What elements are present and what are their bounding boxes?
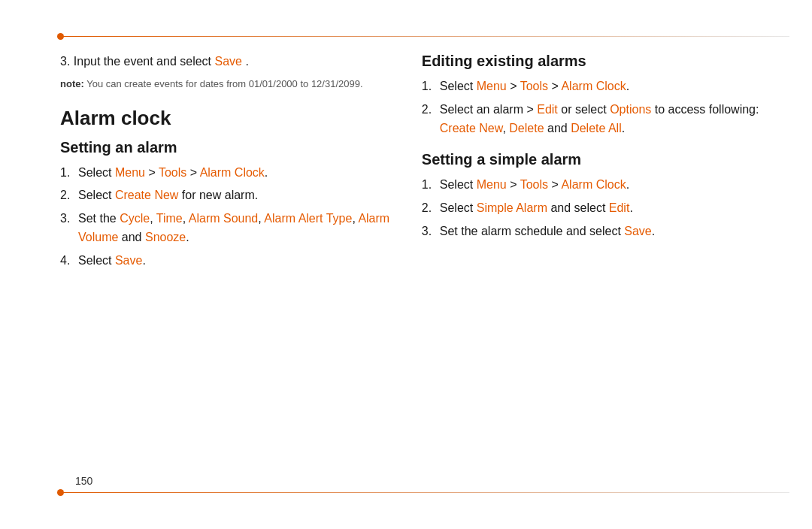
note-body: You can create events for dates from 01/… bbox=[86, 78, 362, 89]
list-item: 3. Set the Cycle, Time, Alarm Sound, Ala… bbox=[60, 210, 392, 247]
item-text: Set the alarm schedule and select Save. bbox=[440, 222, 782, 241]
note-paragraph: note: You can create events for dates fr… bbox=[60, 77, 392, 92]
step-3-save: Save bbox=[214, 55, 241, 68]
delete-link: Delete bbox=[509, 122, 544, 135]
simple-alarm-list: 1. Select Menu > Tools > Alarm Clock. 2.… bbox=[422, 176, 782, 240]
top-line bbox=[60, 36, 789, 37]
tools-link: Tools bbox=[520, 178, 548, 191]
snooze-link: Snooze bbox=[145, 231, 186, 243]
tools-link: Tools bbox=[159, 166, 186, 179]
menu-link: Menu bbox=[477, 80, 507, 92]
alarm-clock-link: Alarm Clock bbox=[561, 80, 626, 92]
alarm-clock-link: Alarm Clock bbox=[561, 178, 626, 191]
list-item: 3. Set the alarm schedule and select Sav… bbox=[422, 222, 782, 241]
edit-link: Edit bbox=[609, 201, 630, 214]
item-text: Select Menu > Tools > Alarm Clock. bbox=[78, 164, 392, 183]
item-num: 1. bbox=[60, 164, 78, 183]
item-text: Select an alarm > Edit or select Options… bbox=[440, 101, 782, 138]
step-3-period: . bbox=[245, 55, 248, 68]
menu-link: Menu bbox=[477, 178, 507, 191]
note-label: note: bbox=[60, 78, 84, 89]
left-column: 3. Input the event and select Save . not… bbox=[60, 45, 407, 484]
item-text: Select Create New for new alarm. bbox=[78, 186, 392, 205]
create-new-link: Create New bbox=[115, 189, 178, 201]
simple-alarm-link: Simple Alarm bbox=[477, 201, 547, 214]
editing-alarms-title: Editing existing alarms bbox=[422, 53, 782, 70]
edit-link: Edit bbox=[537, 103, 558, 116]
bottom-line bbox=[60, 492, 789, 493]
create-new-link: Create New bbox=[440, 122, 503, 135]
menu-link: Menu bbox=[115, 166, 145, 179]
alarm-sound-link: Alarm Sound bbox=[189, 212, 259, 225]
item-text: Select Save. bbox=[78, 252, 392, 271]
alarm-alert-type-link: Alarm Alert Type bbox=[264, 212, 352, 225]
cycle-link: Cycle bbox=[120, 212, 150, 225]
list-item: 1. Select Menu > Tools > Alarm Clock. bbox=[60, 164, 392, 183]
item-num: 2. bbox=[422, 199, 440, 218]
list-item: 1. Select Menu > Tools > Alarm Clock. bbox=[422, 77, 782, 96]
item-num: 1. bbox=[422, 176, 440, 195]
editing-alarm-list: 1. Select Menu > Tools > Alarm Clock. 2.… bbox=[422, 77, 782, 138]
simple-alarm-title: Setting a simple alarm bbox=[422, 151, 782, 168]
item-num: 3. bbox=[422, 222, 440, 241]
options-link: Options bbox=[610, 103, 651, 116]
save-link: Save bbox=[624, 225, 651, 237]
content-area: 3. Input the event and select Save . not… bbox=[60, 45, 782, 484]
tools-link: Tools bbox=[520, 80, 548, 92]
simple-alarm-section: Setting a simple alarm 1. Select Menu > … bbox=[422, 151, 782, 240]
right-column: Editing existing alarms 1. Select Menu >… bbox=[407, 45, 782, 484]
list-item: 2. Select Simple Alarm and select Edit. bbox=[422, 199, 782, 218]
item-text: Select Simple Alarm and select Edit. bbox=[440, 199, 782, 218]
alarm-clock-link: Alarm Clock bbox=[200, 166, 265, 179]
setting-alarm-title: Setting an alarm bbox=[60, 139, 392, 156]
item-text: Select Menu > Tools > Alarm Clock. bbox=[440, 77, 782, 96]
item-num: 3. bbox=[60, 210, 78, 228]
list-item: 1. Select Menu > Tools > Alarm Clock. bbox=[422, 176, 782, 195]
step-3-intro: 3. Input the event and select Save . bbox=[60, 53, 392, 71]
step-3-text: Input the event and select bbox=[74, 55, 215, 68]
item-num: 4. bbox=[60, 252, 78, 271]
step-3-number: 3. bbox=[60, 55, 70, 68]
alarm-clock-title: Alarm clock bbox=[60, 107, 392, 130]
list-item: 4. Select Save. bbox=[60, 252, 392, 271]
list-item: 2. Select Create New for new alarm. bbox=[60, 186, 392, 205]
save-link: Save bbox=[115, 254, 142, 267]
item-num: 2. bbox=[422, 101, 440, 119]
item-num: 2. bbox=[60, 186, 78, 205]
delete-all-link: Delete All bbox=[571, 122, 622, 135]
setting-alarm-list: 1. Select Menu > Tools > Alarm Clock. 2.… bbox=[60, 164, 392, 271]
list-item: 2. Select an alarm > Edit or select Opti… bbox=[422, 101, 782, 138]
item-text: Set the Cycle, Time, Alarm Sound, Alarm … bbox=[78, 210, 392, 247]
item-text: Select Menu > Tools > Alarm Clock. bbox=[440, 176, 782, 195]
item-num: 1. bbox=[422, 77, 440, 96]
time-link: Time bbox=[156, 212, 183, 225]
